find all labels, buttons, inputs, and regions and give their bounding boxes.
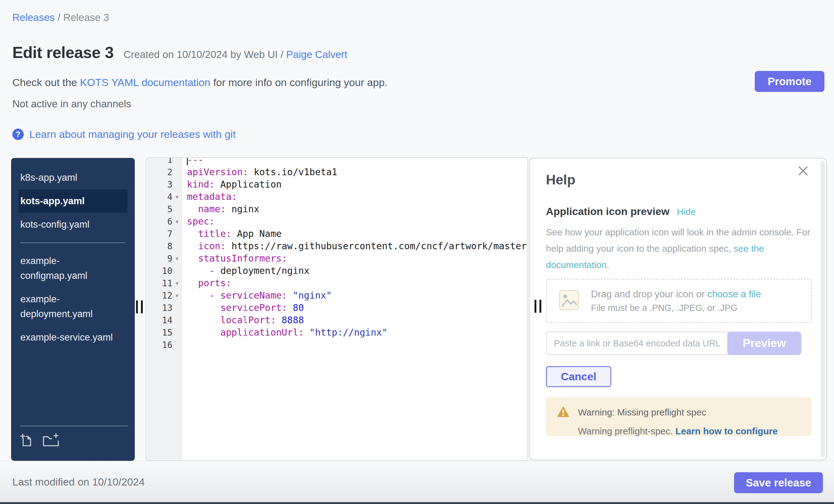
- code-line-15[interactable]: applicationUrl: "http://nginx": [182, 326, 527, 339]
- yaml-editor[interactable]: 1234▾56▾789▾1011▾12▾13141516 ---apiVersi…: [146, 157, 528, 461]
- channel-status: Not active in any channels: [12, 98, 131, 110]
- code-line-4[interactable]: metadata:: [182, 191, 527, 203]
- sidebar-file-example-deployment.yaml[interactable]: example-deployment.yaml: [19, 287, 127, 326]
- edit-release-page: Releases / Release 3 Edit release 3 Crea…: [0, 0, 834, 504]
- new-file-icon[interactable]: [19, 433, 34, 448]
- cancel-button[interactable]: Cancel: [546, 366, 611, 387]
- code-line-16[interactable]: [182, 339, 527, 351]
- image-placeholder-icon: [559, 290, 579, 311]
- fold-arrow-icon[interactable]: ▾: [172, 292, 182, 299]
- code-line-8[interactable]: icon: https://raw.githubusercontent.com/…: [182, 240, 527, 252]
- save-release-button[interactable]: Save release: [734, 472, 823, 493]
- editor-code-area[interactable]: ---apiVersion: kots.io/v1beta1kind: Appl…: [182, 158, 527, 460]
- created-author-link[interactable]: Paige Calvert: [286, 49, 347, 60]
- fold-arrow-icon[interactable]: ▾: [172, 280, 182, 287]
- code-line-13[interactable]: servicePort: 80: [182, 302, 527, 314]
- description-text: See how your application icon will look …: [546, 227, 810, 254]
- kots-yaml-doc-link[interactable]: KOTS YAML documentation: [80, 76, 210, 88]
- gutter-line-10: 10: [146, 265, 182, 277]
- fold-arrow-icon[interactable]: ▾: [172, 193, 182, 200]
- file-list-divider: [20, 242, 126, 243]
- breadcrumb: Releases / Release 3: [12, 12, 109, 23]
- help-resize-handle[interactable]: [534, 300, 542, 313]
- preview-button[interactable]: Preview: [727, 332, 801, 355]
- dropzone-hint: File must be a .PNG, .JPEG, or .JPG: [591, 303, 761, 313]
- code-line-2[interactable]: apiVersion: kots.io/v1beta1: [182, 166, 527, 178]
- code-line-9[interactable]: statusInformers:: [182, 252, 527, 265]
- gutter-line-2: 2: [146, 166, 182, 178]
- warning-body: Warning preflight-spec.: [578, 426, 676, 436]
- promote-button[interactable]: Promote: [755, 71, 825, 92]
- sidebar-file-k8s-app.yaml[interactable]: k8s-app.yaml: [19, 166, 127, 190]
- line-number: 16: [162, 340, 172, 350]
- gutter-lines: 1234▾56▾789▾1011▾12▾13141516: [146, 157, 182, 351]
- breadcrumb-separator: /: [55, 12, 64, 23]
- sidebar-bottom: [11, 430, 135, 461]
- breadcrumb-current: Release 3: [63, 12, 109, 23]
- icon-preview-description: See how your application icon will look …: [546, 224, 826, 273]
- line-number: 13: [162, 303, 172, 313]
- hide-link[interactable]: Hide: [677, 207, 696, 217]
- fold-arrow-icon[interactable]: ▾: [172, 218, 182, 225]
- new-folder-icon[interactable]: [42, 433, 60, 448]
- gutter-line-16: 16: [146, 339, 182, 351]
- footer-bar: Last modified on 10/10/2024 Save release: [0, 461, 834, 502]
- line-number: 4: [167, 192, 172, 202]
- warning-title: Warning: Missing preflight spec: [578, 407, 706, 418]
- code-line-11[interactable]: ports:: [182, 277, 527, 289]
- choose-file-link[interactable]: choose a file: [707, 289, 761, 300]
- code-line-7[interactable]: title: App Name: [182, 228, 527, 240]
- code-line-5[interactable]: name: nginx: [182, 203, 527, 215]
- line-number: 11: [162, 278, 172, 288]
- line-number: 14: [162, 315, 172, 325]
- sidebar-resize-handle[interactable]: [135, 301, 144, 313]
- warning-triangle-icon: [556, 406, 570, 419]
- gutter-line-5: 5: [146, 203, 182, 215]
- file-list-secondary: example-configmap.yamlexample-deployment…: [19, 249, 127, 349]
- dropzone-text: Drag and drop your icon or choose a file…: [591, 289, 761, 313]
- gutter-line-14: 14: [146, 314, 182, 326]
- line-number: 5: [167, 204, 172, 214]
- doc-line: Check out the KOTS YAML documentation fo…: [12, 76, 388, 89]
- line-number: 15: [162, 328, 172, 338]
- line-number: 7: [167, 229, 172, 239]
- file-sidebar: k8s-app.yamlkots-app.yamlkots-config.yam…: [11, 158, 135, 461]
- fold-arrow-icon[interactable]: ▾: [172, 255, 182, 262]
- sidebar-file-example-configmap.yaml[interactable]: example-configmap.yaml: [19, 249, 127, 287]
- question-circle-icon: ?: [12, 129, 24, 140]
- sidebar-file-kots-app.yaml[interactable]: kots-app.yaml: [19, 190, 127, 213]
- code-lines: ---apiVersion: kots.io/v1beta1kind: Appl…: [182, 158, 527, 351]
- warning-detail: Warning preflight-spec. Learn how to con…: [578, 426, 806, 436]
- doc-prefix: Check out the: [12, 76, 80, 88]
- help-scrollbar[interactable]: [821, 161, 825, 457]
- code-line-14[interactable]: localPort: 8888: [182, 314, 527, 326]
- help-title: Help: [546, 172, 575, 188]
- breadcrumb-releases-link[interactable]: Releases: [12, 12, 55, 23]
- code-line-10[interactable]: - deployment/nginx: [182, 265, 527, 277]
- icon-dropzone[interactable]: Drag and drop your icon or choose a file…: [546, 279, 812, 323]
- code-line-1[interactable]: ---: [182, 158, 527, 166]
- git-releases-link[interactable]: Learn about managing your releases with …: [29, 128, 236, 140]
- close-icon[interactable]: [797, 165, 809, 178]
- line-number: 12: [162, 290, 172, 301]
- help-panel: Help Application icon preview Hide See h…: [529, 158, 827, 460]
- gutter-line-4: 4▾: [146, 191, 182, 203]
- line-number: 3: [167, 179, 172, 190]
- code-line-3[interactable]: kind: Application: [182, 178, 527, 191]
- line-number: 6: [167, 217, 172, 227]
- last-modified-text: Last modified on 10/10/2024: [12, 476, 145, 488]
- code-line-6[interactable]: spec:: [182, 215, 527, 228]
- gutter-line-1: 1: [146, 157, 182, 166]
- code-line-12[interactable]: - serviceName: "nginx": [182, 289, 527, 302]
- gutter-line-8: 8: [146, 240, 182, 252]
- sidebar-file-example-service.yaml[interactable]: example-service.yaml: [19, 326, 127, 349]
- indent-guide: [245, 302, 245, 338]
- line-number: 8: [167, 241, 172, 251]
- learn-configure-link[interactable]: Learn how to configure: [676, 426, 778, 436]
- gutter-line-6: 6▾: [146, 215, 182, 228]
- git-help-row: ? Learn about managing your releases wit…: [12, 128, 236, 140]
- sidebar-file-kots-config.yaml[interactable]: kots-config.yaml: [19, 213, 127, 236]
- icon-url-input[interactable]: [546, 332, 731, 355]
- line-number: 9: [167, 254, 172, 264]
- gutter-line-12: 12▾: [146, 289, 182, 302]
